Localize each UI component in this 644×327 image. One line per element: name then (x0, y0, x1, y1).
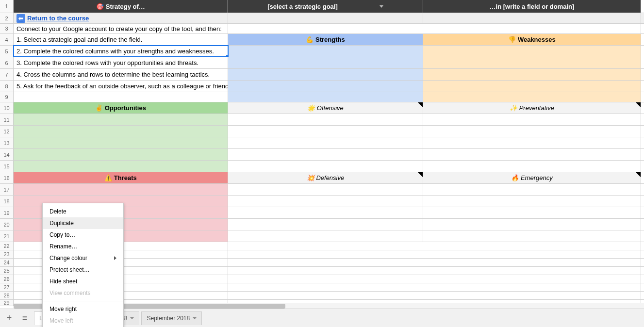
strengths-body[interactable] (228, 92, 423, 102)
instruction-cell[interactable]: 4. Cross the columns and rows to determi… (14, 69, 228, 80)
menu-item-duplicate[interactable]: Duplicate (43, 217, 123, 229)
cell[interactable] (423, 24, 641, 33)
row-header[interactable]: 20 (0, 219, 14, 230)
weaknesses-body[interactable] (423, 81, 641, 92)
chevron-down-icon[interactable] (193, 317, 197, 319)
instruction-cell-selected[interactable]: 2. Complete the colored columns with you… (14, 46, 228, 57)
weaknesses-body[interactable] (423, 46, 641, 57)
row-header[interactable]: 11 (0, 114, 14, 125)
opportunities-body[interactable] (14, 149, 228, 160)
row-header[interactable]: 12 (0, 126, 14, 137)
opportunities-body[interactable] (14, 114, 228, 125)
emergency-body[interactable] (423, 230, 641, 242)
row-header[interactable]: 14 (0, 149, 14, 160)
cell[interactable] (423, 292, 641, 299)
cell[interactable] (423, 259, 641, 266)
cell[interactable] (423, 275, 641, 283)
preventative-body[interactable] (423, 114, 641, 125)
preventative-body[interactable] (423, 161, 641, 172)
preventative-header[interactable]: ✨ Preventative (423, 102, 641, 114)
all-sheets-button[interactable]: ≡ (18, 312, 31, 325)
cell[interactable] (228, 283, 423, 291)
offensive-body[interactable] (228, 161, 423, 172)
cell[interactable] (228, 267, 423, 275)
row-header[interactable]: 8 (0, 81, 14, 92)
row-header[interactable]: 21 (0, 230, 14, 242)
row-header[interactable]: 6 (0, 57, 14, 68)
row-header[interactable]: 2 (0, 13, 14, 23)
threats-header[interactable]: ⚠️ Threats (14, 172, 228, 183)
row-header[interactable]: 27 (0, 283, 14, 291)
defensive-body[interactable] (228, 196, 423, 207)
instruction-cell[interactable]: 1. Select a strategic goal and define th… (14, 34, 228, 45)
instruction-cell[interactable]: Connect to your Google account to create… (14, 24, 228, 33)
row-header[interactable]: 28 (0, 292, 14, 299)
row-header[interactable]: 24 (0, 259, 14, 266)
cell[interactable] (423, 283, 641, 291)
row-header[interactable]: 5 (0, 46, 14, 57)
cell[interactable] (228, 292, 423, 299)
cell[interactable] (423, 13, 641, 23)
strengths-body[interactable] (228, 81, 423, 92)
chevron-down-icon[interactable] (130, 317, 134, 319)
header-goal-dropdown[interactable]: [select a strategic goal] (228, 0, 423, 13)
cell[interactable] (228, 275, 423, 283)
return-link-cell[interactable]: ⬅Return to the course (14, 13, 228, 23)
defensive-header[interactable]: 💥 Defensive (228, 172, 423, 183)
header-strategy[interactable]: 🎯 Strategy of… (14, 0, 228, 13)
weaknesses-body[interactable] (423, 69, 641, 80)
emergency-body[interactable] (423, 219, 641, 230)
row-header[interactable]: 7 (0, 69, 14, 80)
row-header[interactable]: 17 (0, 184, 14, 195)
weaknesses-body[interactable] (423, 57, 641, 68)
offensive-body[interactable] (228, 137, 423, 148)
preventative-body[interactable] (423, 137, 641, 148)
row-header[interactable]: 3 (0, 24, 14, 33)
emergency-body[interactable] (423, 184, 641, 195)
cell[interactable] (228, 250, 423, 258)
row-header[interactable]: 13 (0, 137, 14, 148)
menu-item-hide-sheet[interactable]: Hide sheet (43, 276, 123, 287)
row-header[interactable]: 22 (0, 242, 14, 250)
emergency-body[interactable] (423, 196, 641, 207)
cell[interactable] (423, 267, 641, 275)
row-header[interactable]: 16 (0, 172, 14, 183)
row-header[interactable]: 9 (0, 92, 14, 102)
add-sheet-button[interactable]: + (3, 312, 16, 325)
opportunities-body[interactable] (14, 137, 228, 148)
weaknesses-header[interactable]: 👎 Weaknesses (423, 34, 641, 45)
menu-item-rename-[interactable]: Rename… (43, 241, 123, 252)
defensive-body[interactable] (228, 184, 423, 195)
row-header[interactable]: 18 (0, 196, 14, 207)
cell[interactable] (228, 13, 423, 23)
row-header[interactable]: 4 (0, 34, 14, 45)
row-header[interactable]: 25 (0, 267, 14, 275)
sheet-tab-september-2018[interactable]: September 2018 (141, 311, 202, 325)
cell[interactable] (228, 259, 423, 266)
header-field[interactable]: …in [write a field or domain] (423, 0, 641, 13)
strengths-body[interactable] (228, 69, 423, 80)
menu-item-protect-sheet-[interactable]: Protect sheet… (43, 264, 123, 276)
preventative-body[interactable] (423, 126, 641, 137)
offensive-body[interactable] (228, 126, 423, 137)
emergency-body[interactable] (423, 207, 641, 218)
cell[interactable] (423, 250, 641, 258)
offensive-body[interactable] (228, 114, 423, 125)
row-header[interactable]: 26 (0, 275, 14, 283)
strengths-header[interactable]: 💪 Strengths (228, 34, 423, 45)
return-link[interactable]: ⬅Return to the course (17, 14, 89, 23)
strengths-body[interactable] (228, 57, 423, 68)
row-header[interactable]: 15 (0, 161, 14, 172)
opportunities-body[interactable] (14, 161, 228, 172)
cell[interactable] (228, 242, 423, 250)
opportunities-body[interactable] (14, 126, 228, 137)
row-header[interactable]: 23 (0, 250, 14, 258)
defensive-body[interactable] (228, 230, 423, 242)
row-header[interactable]: 19 (0, 207, 14, 218)
strengths-body[interactable] (228, 46, 423, 57)
emergency-header[interactable]: 🔥 Emergency (423, 172, 641, 183)
opportunities-header[interactable]: ✌️ Opportunities (14, 102, 228, 114)
cell[interactable] (228, 24, 423, 33)
row-header[interactable]: 29 (0, 300, 14, 306)
row-header[interactable]: 10 (0, 102, 14, 114)
